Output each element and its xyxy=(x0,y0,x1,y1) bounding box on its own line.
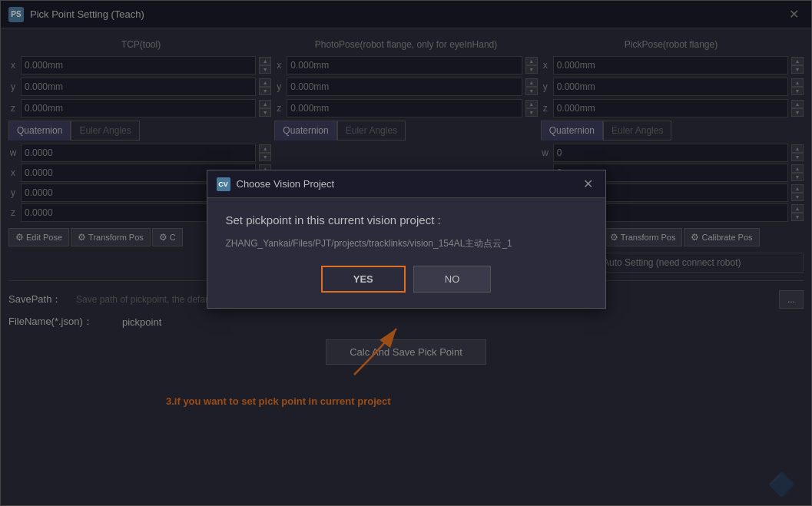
dialog-close-button[interactable]: ✕ xyxy=(580,177,596,191)
dialog-overlay: CV Choose Vision Project ✕ Set pickpoint… xyxy=(1,1,811,505)
dialog-buttons: YES NO xyxy=(226,266,587,293)
dialog-title: Choose Vision Project xyxy=(237,178,574,190)
dialog-yes-button[interactable]: YES xyxy=(321,266,406,293)
dialog-message: Set pickpoint in this current vision pro… xyxy=(226,213,587,227)
dialog-path: ZHANG_Yankai/Files/PJT/projects/tracklin… xyxy=(226,237,587,250)
dialog-no-button[interactable]: NO xyxy=(413,266,492,293)
dialog-body: Set pickpoint in this current vision pro… xyxy=(207,198,605,308)
main-window: PS Pick Point Setting (Teach) ✕ TCP(tool… xyxy=(0,0,812,506)
vision-project-dialog: CV Choose Vision Project ✕ Set pickpoint… xyxy=(207,170,606,309)
dialog-icon: CV xyxy=(217,177,230,191)
dialog-title-bar: CV Choose Vision Project ✕ xyxy=(207,170,605,198)
